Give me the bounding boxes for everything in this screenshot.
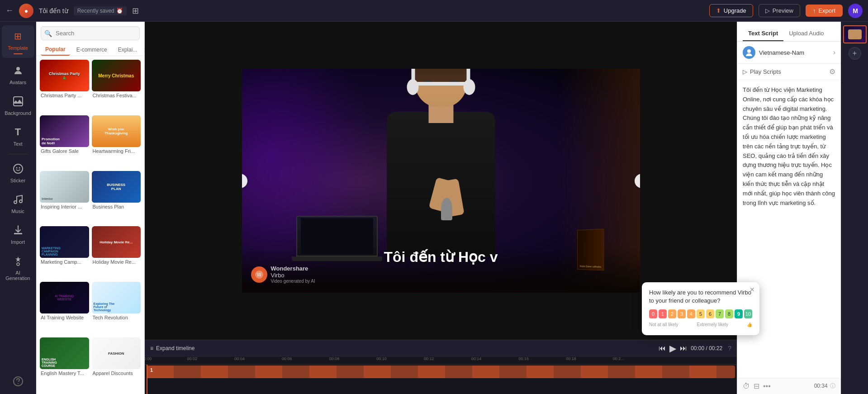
export-button[interactable]: ↑ Export [806,5,843,17]
survey-thumbs-icon: 👍 [747,322,752,327]
expand-timeline-button[interactable]: ≡ Expand timeline [150,345,194,351]
svg-point-4 [19,167,20,169]
template-card-christmas2[interactable]: Merry Christmas Christmas Festiva... [92,60,141,113]
search-icon: 🔍 [44,30,52,37]
sidebar-item-ai[interactable]: AI Generation [2,250,34,285]
preview-icon: ▷ [765,7,770,14]
template-card-business[interactable]: BUSINESSPLAN Business Plan [92,171,141,224]
tab-ecommerce[interactable]: E-commerce [72,44,112,55]
document-title: Tôi đến từ [39,7,68,14]
tab-text-script[interactable]: Text Script [743,26,783,41]
export-icon: ↑ [813,7,816,14]
expand-icon: ≡ [150,345,153,351]
more-options-button[interactable]: ••• [763,382,771,390]
play-scripts-row: ▷ Play Scripts ⚙ [737,64,841,80]
script-settings-icon[interactable]: ⚙ [829,67,835,76]
template-card-gifts[interactable]: Promotionde Noël Gifts Galore Sale [40,115,89,168]
music-icon [11,192,25,207]
tab-explainer[interactable]: Explai... [114,44,142,55]
survey-popup: ✕ How likely are you to recommend Virbo … [642,282,759,335]
sidebar-item-import[interactable]: Import [2,219,34,248]
timeline-play[interactable]: ▶ [669,343,676,354]
template-card-ai[interactable]: AI TRAININGWEBSITE AI Training Website [40,282,89,335]
template-card-apparel[interactable]: FASHION Apparel Discounts [92,337,141,390]
sidebar-item-music[interactable]: Music [2,189,34,218]
play-scripts-icon: ▷ [743,68,747,75]
sticker-icon [11,161,25,176]
avatars-icon [11,63,25,78]
right-panel-tabs: Text Script Upload Audio [737,22,841,42]
voice-avatar [743,46,755,59]
svg-text:W: W [257,272,261,277]
scale-9[interactable]: 9 [735,309,743,318]
tab-popular[interactable]: Popular [41,44,70,56]
voice-dropdown-icon: › [833,48,835,57]
upgrade-button[interactable]: ⬆ Upgrade [709,4,753,17]
sidebar-item-template[interactable]: ⊞ Template [2,25,34,58]
survey-labels: Not at all likely Extremely likely 👍 [649,322,752,327]
scale-7[interactable]: 7 [716,309,724,318]
svg-point-12 [747,49,751,53]
sidebar-item-background[interactable]: Background [2,90,34,119]
scale-6[interactable]: 6 [706,309,714,318]
scene-thumbnail-1[interactable] [843,25,867,43]
template-card-marketing[interactable]: MARKETINGCAMPAIGNPLANNING Marketing Camp… [40,226,89,279]
script-footer: ⏱ ⊟ ••• 00:34 ⓘ [737,378,841,394]
import-icon [11,223,25,237]
category-tabs: Popular E-commerce Explai... › [36,40,144,56]
search-bar: 🔍 [36,22,144,40]
layout-icon[interactable]: ⊞ [132,6,139,16]
voice-selector[interactable]: Vietnamese-Nam › [737,42,841,64]
play-scripts-button[interactable]: ▷ Play Scripts [743,68,825,75]
tab-upload-audio[interactable]: Upload Audio [783,26,829,41]
survey-question: How likely are you to recommend Virbo to… [649,289,752,305]
survey-close-button[interactable]: ✕ [749,286,755,293]
svg-point-6 [19,200,22,203]
help-button[interactable] [9,372,27,390]
background-icon [11,94,25,109]
add-scene-button[interactable]: + [849,47,861,60]
scale-3[interactable]: 3 [678,309,686,318]
saved-icon: ⏰ [116,8,123,14]
template-card-holiday[interactable]: Holiday Movie Re... Holiday Movie Re... [92,226,141,279]
svg-point-7 [17,263,19,266]
template-card-english[interactable]: ENGLISHTRAININGCOURSE English Mastery T.… [40,337,89,390]
timeline-skip-back[interactable]: ⏮ [659,344,666,352]
scale-0[interactable]: 0 [649,309,657,318]
sidebar-item-sticker[interactable]: Sticker [2,158,34,187]
sidebar-item-avatars[interactable]: Avatars [2,60,34,89]
survey-scale: 0 1 2 3 4 5 6 7 8 9 10 [649,309,752,318]
timeline-track-area: 1 [145,365,737,394]
svg-point-0 [16,67,20,71]
timeline-skip-forward[interactable]: ⏭ [680,344,687,352]
saved-badge[interactable]: Recently saved ⏰ [74,6,127,15]
watermark: W Wondershare Virbo Video generated by A… [251,265,315,284]
scale-4[interactable]: 4 [687,309,695,318]
playhead[interactable] [147,365,147,394]
scale-5[interactable]: 5 [697,309,705,318]
template-card-tech[interactable]: Exploring TheFuture ofTechnology Tech Re… [92,282,141,335]
video-track[interactable]: 1 [147,366,735,378]
time-markers: 00:00 00:02 00:04 00:06 00:08 00:10 00:1… [145,356,737,365]
search-input[interactable] [41,26,140,40]
preview-button[interactable]: ▷ Preview [759,4,800,17]
template-card-interior[interactable]: Interior Inspiring Interior ... [40,171,89,224]
back-button[interactable]: ← [5,6,14,15]
app-logo: ● [19,4,33,18]
user-avatar[interactable]: M [848,4,863,18]
svg-point-2 [14,164,23,173]
help-icon[interactable]: ? [728,345,731,352]
template-card-heartwarming[interactable]: Wish youThanksgiving Heartwarming Fri... [92,115,141,168]
template-grid: Christmas Party 🎄 Christmas Party ... Me… [36,56,144,394]
template-card-christmas1[interactable]: Christmas Party 🎄 Christmas Party ... [40,60,89,113]
text-icon: T [11,125,25,139]
scale-1[interactable]: 1 [659,309,667,318]
sidebar-item-text[interactable]: T Text [2,121,34,150]
scale-10[interactable]: 10 [744,309,752,318]
svg-point-5 [14,201,17,204]
clock-button[interactable]: ⏱ [743,382,750,390]
scale-8[interactable]: 8 [725,309,733,318]
text-format-button[interactable]: ⊟ [754,382,759,390]
template-icon: ⊞ [11,29,25,43]
scale-2[interactable]: 2 [668,309,676,318]
